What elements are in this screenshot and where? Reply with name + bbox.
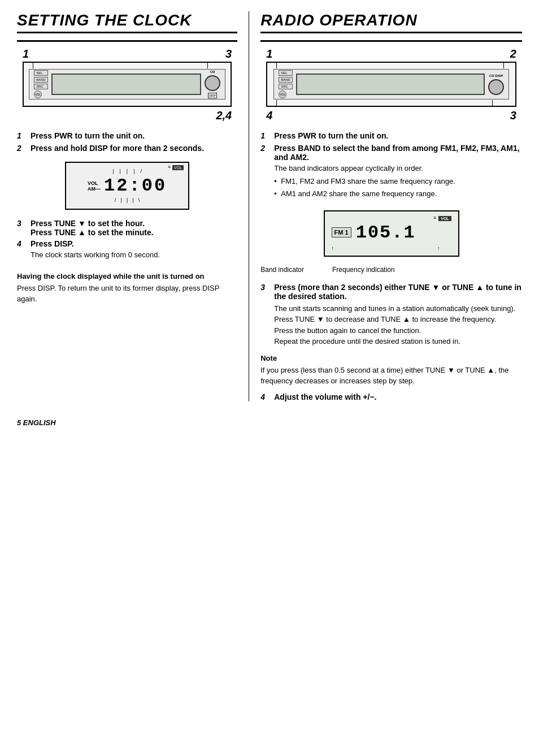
right-step-2-normal: The band indicators appear cyclically in… (274, 163, 522, 174)
right-step-3: 3 Press (more than 2 seconds) either TUN… (260, 283, 522, 347)
page-container: SETTING THE CLOCK 1 3 SEL BAND SRC VOL (17, 11, 522, 401)
bullet-dot-fm: • (274, 176, 279, 187)
right-callout-line-1 (276, 62, 277, 68)
right-step-2-bullets: • FM1, FM2 and FM3 share the same freque… (274, 176, 522, 199)
clock-top-indicators: ≡ VOL (168, 165, 184, 170)
clock-vol-small: VOL (88, 180, 101, 186)
left-diagram-numbers-top: 1 3 (17, 47, 237, 61)
tick-b3: | (127, 197, 128, 203)
right-callout-line-4 (276, 100, 277, 107)
right-step-num-1: 1 (260, 131, 270, 140)
callout-line-1 (33, 62, 33, 68)
radio-frequency: 105.1 (356, 222, 416, 243)
left-device-diagram: SEL BAND SRC VOL CD (23, 62, 232, 107)
radio-fm-block: FM 1 (332, 227, 351, 237)
bullet-am-text: AM1 and AM2 share the same frequency ran… (281, 189, 437, 199)
left-device-buttons: SEL BAND SRC VOL (34, 70, 48, 98)
right-num-top-left: 1 (266, 47, 272, 61)
tick-b1: / (115, 197, 116, 203)
note-title: Note (260, 354, 522, 362)
right-device-diagram: SEL BAND SRC VOL CD DISP (266, 62, 516, 107)
right-num-top-right: 2 (510, 47, 516, 61)
left-step-2: 2 Press and hold DISP for more than 2 se… (17, 144, 237, 153)
radio-display-bottom: ↑ ↑ (332, 243, 451, 251)
step-num-4: 4 (17, 239, 26, 261)
left-section-title: SETTING THE CLOCK (17, 11, 237, 33)
radio-display-wrapper: ≡ VOL FM 1 105.1 ↑ ↑ (324, 210, 459, 257)
right-diagram-numbers-bottom: 4 3 (260, 109, 522, 122)
right-step-num-2: 2 (260, 144, 270, 201)
right-dev-cd-label: CD DISP (489, 74, 503, 77)
left-step-3: 3 Press TUNE ▼ to set the hour. Press TU… (17, 219, 237, 237)
radio-fm-badge: FM 1 (332, 227, 351, 237)
clock-main-row: VOL AM— 12:00 (88, 175, 167, 196)
step-num-1: 1 (17, 131, 26, 140)
step-1-text: Press PWR to turn the unit on. (31, 131, 145, 140)
right-step-num-4: 4 (260, 392, 270, 401)
right-dev-display (296, 74, 485, 95)
right-callout-line-3 (492, 100, 493, 107)
bullet-fm: • FM1, FM2 and FM3 share the same freque… (274, 176, 522, 187)
right-divider (260, 40, 522, 42)
left-step-1: 1 Press PWR to turn the unit on. (17, 131, 237, 140)
left-subheading-text: Press DISP. To return the unit to its fo… (17, 283, 237, 305)
right-dev-knob: VOL (279, 90, 286, 98)
tick-t2: | (120, 169, 121, 174)
clock-display-wrapper: ≡ VOL | | | | / VOL AM— 12:00 (65, 162, 189, 210)
callout-line-3 (207, 62, 208, 68)
bullet-am: • AM1 and AM2 share the same frequency r… (274, 189, 522, 199)
right-step-3-normal: The unit starts scanning and tunes in a … (274, 303, 522, 347)
dev-btn-disp: DISP (208, 93, 217, 98)
right-step-1-text: Press PWR to turn the unit on. (274, 131, 388, 140)
step-2-text: Press and hold DISP for more than 2 seco… (31, 144, 204, 153)
tick-b4: | (132, 197, 133, 203)
bullet-fm-text: FM1, FM2 and FM3 share the same frequenc… (281, 176, 455, 187)
frequency-indication-label: Frequency indication (332, 266, 395, 274)
step-num-2: 2 (17, 144, 26, 153)
left-steps-34: 3 Press TUNE ▼ to set the hour. Press TU… (17, 219, 237, 261)
dev-knob-left: VOL (34, 90, 42, 98)
right-step-2-bold: Press BAND to select the band from among… (274, 144, 522, 162)
tick-t3: | (127, 169, 128, 174)
note-text: If you press (less than 0.5 second at a … (260, 365, 522, 387)
left-num-bottom: 2,4 (216, 109, 232, 122)
left-num-top-left: 1 (23, 47, 29, 61)
right-callout-line-2 (503, 62, 504, 68)
left-column: SETTING THE CLOCK 1 3 SEL BAND SRC VOL (17, 11, 249, 401)
dev-btn-sel: SEL (34, 70, 48, 76)
right-dev-main-knob (488, 79, 504, 95)
freq-display-labels: Band indicator Frequency indication (260, 266, 522, 274)
dev-btn-band: BAND (34, 77, 48, 83)
right-step-4-text: Adjust the volume with +/−. (274, 392, 376, 401)
right-diagram-numbers-top: 1 2 (260, 47, 522, 61)
right-num-bottom-left: 4 (266, 109, 272, 122)
left-step-4: 4 Press DISP. The clock starts working f… (17, 239, 237, 261)
right-step-2-content: Press BAND to select the band from among… (274, 144, 522, 201)
step-num-3: 3 (17, 219, 26, 237)
band-indicator-label: Band indicator (260, 266, 304, 274)
left-subheading: Having the clock displayed while the uni… (17, 272, 237, 280)
right-num-bottom-right: 3 (510, 109, 516, 122)
radio-vol-badge: VOL (438, 216, 451, 221)
tick-t4: | (133, 169, 134, 174)
tick-t5: / (141, 169, 142, 174)
right-step-3-bold: Press (more than 2 seconds) either TUNE … (274, 283, 522, 301)
note-section: Note If you press (less than 0.5 second … (260, 354, 522, 387)
radio-display-top: ≡ VOL (332, 216, 451, 221)
bullet-dot-am: • (274, 189, 279, 199)
freq-display-container: ≡ VOL FM 1 105.1 ↑ ↑ Band indicator Freq… (260, 210, 522, 274)
left-divider (17, 40, 237, 42)
step-4-content: Press DISP. The clock starts working fro… (31, 239, 160, 261)
step-3-bold: Press TUNE ▼ to set the hour. (31, 219, 154, 228)
right-step-1: 1 Press PWR to turn the unit on. (260, 131, 522, 140)
right-device-inner: SEL BAND SRC VOL CD DISP (273, 69, 509, 99)
clock-digits: 12:00 (104, 175, 167, 196)
right-step-3-content: Press (more than 2 seconds) either TUNE … (274, 283, 522, 347)
dev-right-controls: CD DISP (205, 70, 220, 98)
dev-bottom-btns: DISP (208, 93, 217, 98)
clock-display-content: | | | | / VOL AM— 12:00 / | | (75, 169, 180, 203)
left-diagram-number-bottom: 2,4 (17, 109, 237, 122)
tick-b2: | (121, 197, 122, 203)
step-4-normal: The clock starts working from 0 second. (31, 249, 160, 261)
dev-main-knob (205, 75, 220, 91)
